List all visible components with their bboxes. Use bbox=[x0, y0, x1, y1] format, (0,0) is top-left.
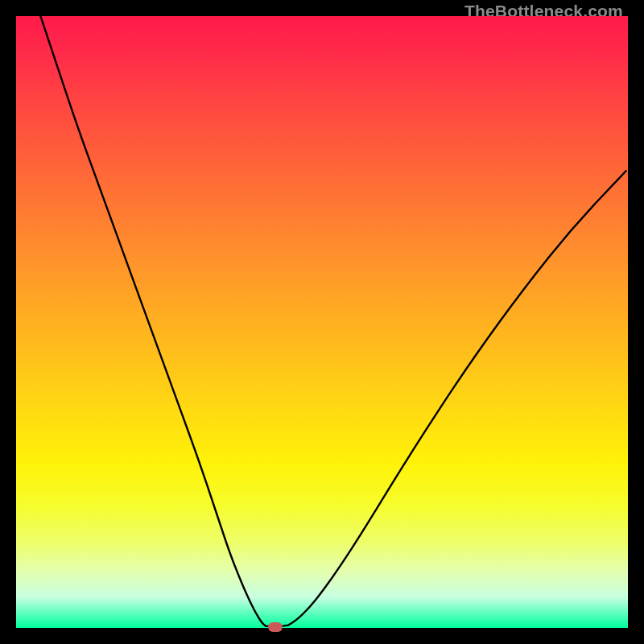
chart-frame: TheBottleneck.com bbox=[0, 0, 644, 644]
optimal-point-marker bbox=[268, 622, 283, 632]
bottleneck-curve bbox=[16, 16, 628, 628]
plot-area bbox=[16, 16, 628, 628]
